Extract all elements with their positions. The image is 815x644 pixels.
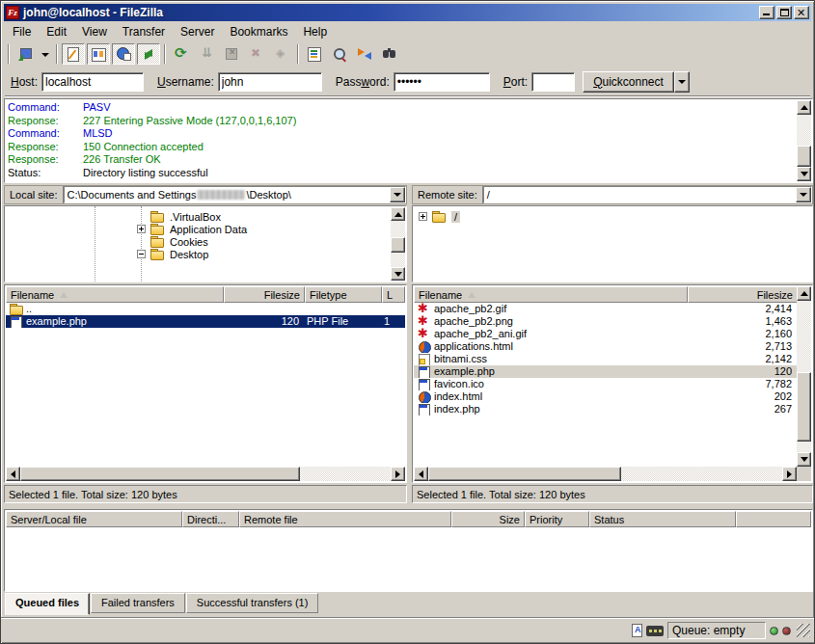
sync-browsing-button[interactable] (353, 43, 376, 65)
file-row[interactable]: index.php267 (414, 403, 798, 416)
filter-button[interactable] (303, 43, 326, 65)
file-row[interactable]: apache_pb2.png1,463 (414, 315, 798, 328)
menu-item-edit[interactable]: Edit (39, 24, 74, 40)
tree-item[interactable]: Cookies (137, 235, 391, 248)
tab-queued-files[interactable]: Queued files (5, 593, 90, 615)
expand-plus-icon[interactable] (419, 212, 427, 221)
local-tree-scrollbar-thumb[interactable] (391, 237, 405, 253)
file-row[interactable]: index.html202 (414, 390, 798, 403)
site-manager-button[interactable] (14, 43, 37, 65)
log-scroll-up-button[interactable] (797, 100, 811, 115)
quickconnect-dropdown-button[interactable] (674, 71, 690, 93)
tree-item[interactable]: Application Data (137, 223, 391, 235)
disconnect-button[interactable] (245, 43, 268, 65)
menu-item-bookmarks[interactable]: Bookmarks (222, 24, 295, 40)
file-row[interactable]: example.php120 (414, 365, 798, 378)
remote-site-dropdown-button[interactable] (796, 187, 811, 202)
file-row[interactable]: apache_pb2.gif2,414 (414, 303, 798, 315)
minimize-button[interactable] (759, 6, 774, 19)
column-header-filename[interactable]: Filename (414, 286, 688, 303)
local-hscroll-left-button[interactable] (6, 467, 20, 481)
column-header-lastmodified[interactable]: L (382, 286, 405, 303)
queue-column-header[interactable]: Remote file (239, 511, 451, 527)
transfer-type-icon[interactable] (632, 624, 642, 637)
folder-icon (150, 249, 164, 260)
queue-column-header[interactable]: Size (451, 511, 525, 527)
file-row[interactable]: example.php120PHP File1 (6, 315, 405, 328)
maximize-button[interactable] (776, 6, 792, 19)
log-toggle-icon (66, 46, 81, 62)
file-row[interactable]: favicon.ico7,782 (414, 378, 798, 390)
remote-hscrollbar-thumb[interactable] (428, 467, 621, 481)
resize-grip[interactable] (797, 624, 810, 637)
local-site-combo[interactable]: C:\Documents and Settings\Desktop\ (64, 186, 406, 203)
tree-item-label: Desktop (170, 249, 208, 260)
remote-vscrollbar-thumb[interactable] (797, 372, 811, 442)
queue-toggle-button[interactable] (137, 43, 160, 65)
dropdown-arrow-button[interactable] (39, 43, 52, 65)
filename-cell: apache_pb2.gif (414, 303, 690, 315)
queue-column-header[interactable]: Priority (525, 511, 589, 527)
menu-item-server[interactable]: Server (173, 24, 222, 40)
menu-item-transfer[interactable]: Transfer (115, 24, 173, 40)
file-row[interactable]: applications.html2,713 (414, 340, 798, 353)
message-log: Command:PASVResponse:227 Entering Passiv… (6, 100, 797, 181)
tab-successful-transfers-1-[interactable]: Successful transfers (1) (186, 593, 319, 613)
process-queue-button[interactable] (195, 43, 218, 65)
filename-text: index.php (434, 403, 480, 416)
file-row[interactable]: apache_pb2_ani.gif2,160 (414, 328, 798, 340)
log-line: Command:PASV (8, 101, 795, 115)
local-site-dropdown-button[interactable] (390, 187, 405, 202)
filetype-cell (305, 303, 382, 315)
speed-limit-icon[interactable] (646, 626, 664, 636)
username-input[interactable] (218, 72, 322, 92)
collapse-minus-icon[interactable] (137, 250, 146, 258)
toolbar-separator (164, 44, 166, 64)
local-tree-scroll-down-button[interactable] (391, 267, 405, 281)
remote-hscroll-right-button[interactable] (782, 467, 797, 481)
local-tree-scroll-up-button[interactable] (391, 207, 405, 221)
remote-tree-toggle-button[interactable] (112, 43, 135, 65)
column-header-filesize[interactable]: Filesize (688, 286, 798, 303)
column-header-filename[interactable]: Filename (6, 286, 224, 303)
quickconnect-button[interactable]: Quickconnect (583, 71, 674, 93)
tab-failed-transfers[interactable]: Failed transfers (91, 593, 185, 613)
column-header-filesize[interactable]: Filesize (224, 286, 305, 303)
menu-item-file[interactable]: File (5, 24, 39, 40)
close-button[interactable]: ✕ (794, 6, 809, 19)
compare-button[interactable] (328, 43, 351, 65)
arrow-down-icon (801, 457, 808, 466)
tree-item[interactable]: Desktop (137, 248, 391, 260)
local-hscrollbar-track[interactable] (300, 467, 391, 481)
menu-item-view[interactable]: View (74, 24, 115, 40)
host-input[interactable] (41, 72, 144, 92)
reconnect-button[interactable] (270, 43, 293, 65)
cancel-button[interactable] (220, 43, 243, 65)
log-scrollbar-thumb[interactable] (797, 146, 811, 167)
password-input[interactable] (394, 72, 490, 92)
column-header-filetype[interactable]: Filetype (305, 286, 382, 303)
file-row[interactable]: .. (6, 303, 405, 315)
remote-hscroll-left-button[interactable] (414, 467, 428, 481)
log-toggle-button[interactable] (62, 43, 85, 65)
port-input[interactable] (531, 72, 575, 92)
menu-item-help[interactable]: Help (295, 24, 335, 40)
local-hscrollbar-thumb[interactable] (20, 467, 300, 481)
queue-column-header[interactable]: Directi... (182, 511, 239, 527)
queue-column-header[interactable]: Server/Local file (6, 511, 182, 527)
remote-site-combo[interactable]: / (483, 186, 812, 203)
tree-item[interactable]: .VirtualBox (137, 210, 391, 223)
remote-hscrollbar-track[interactable] (621, 467, 782, 481)
local-hscroll-right-button[interactable] (391, 467, 405, 481)
filename-text: applications.html (434, 340, 513, 353)
refresh-button[interactable] (170, 43, 193, 65)
remote-tree-root[interactable]: / (419, 210, 797, 223)
remote-vscroll-up-button[interactable] (797, 286, 811, 301)
find-button[interactable] (378, 43, 401, 65)
queue-column-header[interactable]: Status (589, 511, 736, 527)
remote-vscroll-down-button[interactable] (797, 452, 811, 467)
expand-plus-icon[interactable] (137, 225, 146, 233)
local-tree-toggle-button[interactable] (87, 43, 110, 65)
log-scroll-down-button[interactable] (797, 167, 811, 181)
file-row[interactable]: bitnami.css2,142 (414, 353, 798, 365)
